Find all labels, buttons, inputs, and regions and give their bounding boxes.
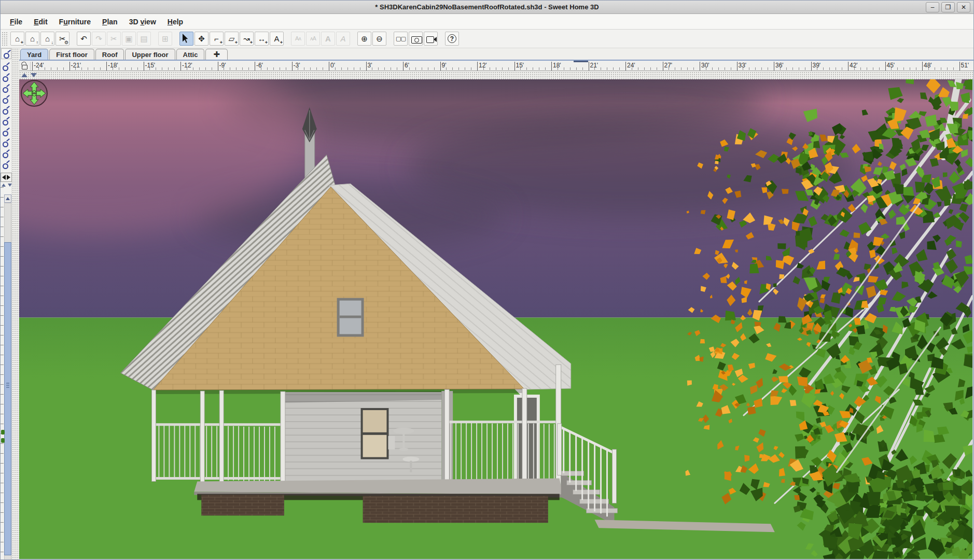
- tab-attic[interactable]: Attic: [176, 49, 205, 60]
- menu-furniture[interactable]: Furniture: [54, 16, 96, 27]
- category-key-icon[interactable]: [3, 139, 10, 146]
- split-collapse-down-icon[interactable]: [31, 73, 37, 77]
- ruler-label: 48': [924, 62, 932, 69]
- add-level-tab-button[interactable]: ✚: [205, 49, 228, 60]
- scrollbar-thumb[interactable]: [4, 242, 11, 555]
- ruler-minor-tick: [829, 67, 830, 70]
- paste-button[interactable]: ▤: [137, 32, 151, 46]
- ruler-label: 0': [330, 62, 335, 69]
- ruler-minor-tick: [706, 67, 706, 70]
- catalog-header-cell: [1, 48, 11, 59]
- save-button[interactable]: ⌂↓: [40, 32, 54, 46]
- ruler-minor-tick: [137, 67, 138, 70]
- first-floor-window: [361, 408, 389, 459]
- category-key-icon[interactable]: [3, 106, 10, 114]
- plan-3d-split-divider[interactable]: [19, 72, 974, 79]
- zoom-in-button[interactable]: ⊕: [357, 32, 371, 46]
- preferences-button[interactable]: ✂⚙: [55, 32, 69, 46]
- create-walls-button[interactable]: ⌐+: [210, 32, 224, 46]
- ruler-major-tick: [403, 62, 403, 71]
- ruler-label: 18': [553, 62, 561, 69]
- decrease-text-size-button[interactable]: Aᴀ: [291, 32, 305, 46]
- close-button[interactable]: ✕: [957, 2, 970, 12]
- category-key-icon[interactable]: [3, 63, 10, 70]
- ruler-major-tick: [663, 62, 663, 71]
- category-key-icon[interactable]: [3, 85, 10, 92]
- ruler-minor-tick: [261, 67, 261, 70]
- catalog-split-divider[interactable]: [12, 48, 19, 560]
- create-rooms-button[interactable]: ▱+: [225, 32, 239, 46]
- category-key-icon[interactable]: [3, 95, 10, 103]
- 3d-view[interactable]: [19, 79, 974, 560]
- minimize-button[interactable]: –: [926, 2, 939, 12]
- ruler-minor-tick: [199, 67, 200, 70]
- category-key-icon[interactable]: [3, 74, 10, 81]
- ruler-minor-tick: [693, 67, 694, 70]
- split-collapse-right-icon[interactable]: [7, 175, 10, 180]
- help-button[interactable]: ?: [445, 32, 459, 46]
- menu-plan[interactable]: Plan: [97, 16, 123, 27]
- toolbar: ⌂+⌂↑⌂↓✂⚙↶↷✂▣▤⊞✥⌐+▱+↝+↔+A+AᴀᴀAAA⊕⊖▢▢?: [1, 30, 973, 48]
- ruler-minor-tick: [903, 67, 904, 70]
- ruler-label: 36': [775, 62, 784, 69]
- category-key-icon[interactable]: [3, 150, 10, 157]
- ruler-minor-tick: [205, 67, 206, 70]
- title-bar[interactable]: * SH3DKarenCabin29NoBasementRoofRotated.…: [1, 1, 973, 14]
- ruler-minor-tick: [125, 67, 126, 70]
- tab-upper-floor[interactable]: Upper floor: [125, 49, 175, 60]
- menu-file[interactable]: File: [5, 16, 27, 27]
- ruler-minor-tick: [273, 67, 274, 70]
- menu-edit[interactable]: Edit: [29, 16, 52, 27]
- ruler-label: 12': [479, 62, 487, 69]
- maximize-button[interactable]: ❐: [941, 2, 955, 12]
- select-tool-button[interactable]: [179, 32, 193, 46]
- create-polylines-button[interactable]: ↝+: [240, 32, 254, 46]
- create-photo-button[interactable]: [409, 32, 423, 46]
- scrollbar-up-button[interactable]: [4, 194, 11, 203]
- category-key-icon[interactable]: [3, 117, 10, 124]
- bold-button[interactable]: A: [321, 32, 335, 46]
- ruler-major-tick: [700, 62, 700, 71]
- add-furniture-button[interactable]: ⊞: [158, 32, 172, 46]
- ruler-minor-tick: [799, 67, 799, 70]
- tab-roof[interactable]: Roof: [95, 49, 124, 60]
- ruler-label: 27': [664, 62, 673, 69]
- italic-button[interactable]: A: [336, 32, 350, 46]
- ruler-minor-tick: [644, 67, 645, 70]
- photos-at-points-of-view-button[interactable]: ▢▢: [394, 32, 408, 46]
- cut-button[interactable]: ✂: [107, 32, 121, 46]
- ruler-minor-tick: [897, 67, 898, 70]
- ruler-minor-tick: [619, 67, 620, 70]
- toolbar-drag-grip[interactable]: [2, 32, 8, 46]
- ruler-major-tick: [625, 62, 626, 71]
- ruler-minor-tick: [928, 67, 929, 70]
- open-button[interactable]: ⌂↑: [25, 32, 39, 46]
- tab-first-floor[interactable]: First floor: [49, 49, 94, 60]
- tab-yard[interactable]: Yard: [20, 49, 48, 60]
- navigation-compass-widget: [21, 80, 47, 106]
- new-home-button[interactable]: ⌂+: [10, 32, 24, 46]
- pan-tool-button[interactable]: ✥: [194, 32, 208, 46]
- copy-button[interactable]: ▣: [122, 32, 136, 46]
- add-texts-button[interactable]: A+: [270, 32, 284, 46]
- ruler-minor-tick: [347, 67, 348, 70]
- ruler-minor-tick: [891, 67, 892, 70]
- zoom-out-button[interactable]: ⊖: [372, 32, 386, 46]
- category-key-icon[interactable]: [3, 161, 10, 168]
- redo-button[interactable]: ↷: [92, 32, 106, 46]
- undo-button[interactable]: ↶: [77, 32, 91, 46]
- ruler-minor-tick: [119, 67, 119, 70]
- toolbar-separator: [284, 32, 290, 46]
- ruler-minor-tick: [280, 67, 280, 70]
- menu-3d-view[interactable]: 3D view: [124, 16, 161, 27]
- ruler-minor-tick: [650, 67, 651, 70]
- increase-text-size-button[interactable]: ᴀA: [306, 32, 320, 46]
- category-key-icon[interactable]: [3, 128, 10, 135]
- ruler-minor-tick: [508, 67, 509, 70]
- camera-position-marker[interactable]: [574, 61, 588, 62]
- menu-help[interactable]: Help: [162, 16, 188, 27]
- create-dimensions-button[interactable]: ↔+: [255, 32, 269, 46]
- create-video-button[interactable]: [424, 32, 438, 46]
- ruler-minor-tick: [638, 67, 638, 70]
- split-collapse-up-icon[interactable]: [21, 73, 27, 77]
